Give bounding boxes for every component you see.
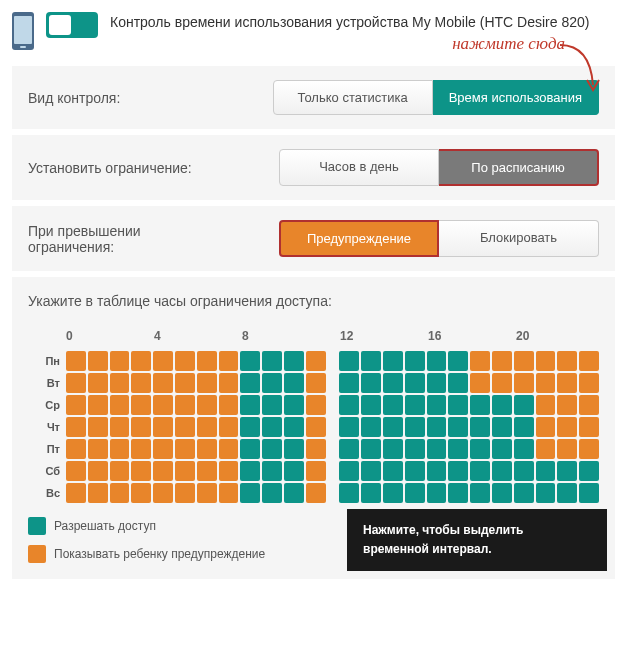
schedule-cell[interactable]	[383, 351, 403, 371]
schedule-cell[interactable]	[339, 461, 359, 481]
schedule-cell[interactable]	[262, 373, 282, 393]
schedule-cell[interactable]	[262, 439, 282, 459]
schedule-cell[interactable]	[361, 461, 381, 481]
schedule-cell[interactable]	[339, 351, 359, 371]
schedule-cell[interactable]	[536, 483, 556, 503]
schedule-cell[interactable]	[339, 483, 359, 503]
schedule-cell[interactable]	[306, 395, 326, 415]
schedule-cell[interactable]	[339, 439, 359, 459]
schedule-cell[interactable]	[306, 461, 326, 481]
schedule-cell[interactable]	[470, 483, 490, 503]
schedule-cell[interactable]	[427, 373, 447, 393]
schedule-cell[interactable]	[405, 373, 425, 393]
schedule-cell[interactable]	[579, 439, 599, 459]
schedule-cell[interactable]	[492, 351, 512, 371]
schedule-cell[interactable]	[131, 483, 151, 503]
schedule-cell[interactable]	[88, 483, 108, 503]
schedule-cell[interactable]	[262, 461, 282, 481]
schedule-cell[interactable]	[383, 483, 403, 503]
schedule-cell[interactable]	[197, 439, 217, 459]
schedule-cell[interactable]	[219, 461, 239, 481]
schedule-cell[interactable]	[427, 395, 447, 415]
schedule-cell[interactable]	[131, 395, 151, 415]
schedule-cell[interactable]	[427, 483, 447, 503]
schedule-cell[interactable]	[284, 483, 304, 503]
schedule-cell[interactable]	[153, 373, 173, 393]
schedule-cell[interactable]	[153, 417, 173, 437]
schedule-cell[interactable]	[557, 417, 577, 437]
stats-only-button[interactable]: Только статистика	[273, 80, 433, 115]
schedule-cell[interactable]	[470, 461, 490, 481]
schedule-cell[interactable]	[219, 373, 239, 393]
schedule-cell[interactable]	[88, 439, 108, 459]
schedule-cell[interactable]	[427, 417, 447, 437]
schedule-cell[interactable]	[492, 483, 512, 503]
schedule-cell[interactable]	[514, 351, 534, 371]
schedule-cell[interactable]	[514, 439, 534, 459]
schedule-cell[interactable]	[88, 373, 108, 393]
schedule-cell[interactable]	[427, 351, 447, 371]
schedule-cell[interactable]	[240, 483, 260, 503]
schedule-cell[interactable]	[383, 373, 403, 393]
schedule-cell[interactable]	[131, 417, 151, 437]
schedule-cell[interactable]	[579, 417, 599, 437]
schedule-cell[interactable]	[514, 483, 534, 503]
schedule-cell[interactable]	[284, 373, 304, 393]
schedule-cell[interactable]	[66, 373, 86, 393]
schedule-cell[interactable]	[557, 439, 577, 459]
schedule-cell[interactable]	[470, 417, 490, 437]
schedule-cell[interactable]	[405, 461, 425, 481]
schedule-cell[interactable]	[240, 461, 260, 481]
schedule-cell[interactable]	[557, 373, 577, 393]
schedule-cell[interactable]	[219, 417, 239, 437]
schedule-cell[interactable]	[284, 439, 304, 459]
schedule-cell[interactable]	[557, 461, 577, 481]
schedule-grid[interactable]: ПнВтСрЧтПтСбВс	[66, 351, 599, 503]
schedule-cell[interactable]	[175, 373, 195, 393]
schedule-cell[interactable]	[579, 461, 599, 481]
schedule-cell[interactable]	[361, 351, 381, 371]
schedule-cell[interactable]	[405, 439, 425, 459]
schedule-cell[interactable]	[262, 417, 282, 437]
schedule-cell[interactable]	[514, 461, 534, 481]
schedule-cell[interactable]	[110, 461, 130, 481]
schedule-cell[interactable]	[579, 351, 599, 371]
schedule-cell[interactable]	[448, 373, 468, 393]
schedule-cell[interactable]	[470, 395, 490, 415]
schedule-cell[interactable]	[284, 351, 304, 371]
schedule-cell[interactable]	[557, 395, 577, 415]
schedule-cell[interactable]	[240, 395, 260, 415]
schedule-cell[interactable]	[262, 395, 282, 415]
schedule-cell[interactable]	[492, 373, 512, 393]
schedule-cell[interactable]	[153, 461, 173, 481]
schedule-cell[interactable]	[153, 439, 173, 459]
schedule-cell[interactable]	[514, 373, 534, 393]
schedule-cell[interactable]	[579, 373, 599, 393]
schedule-cell[interactable]	[197, 417, 217, 437]
schedule-cell[interactable]	[492, 417, 512, 437]
schedule-cell[interactable]	[88, 417, 108, 437]
schedule-cell[interactable]	[405, 351, 425, 371]
schedule-cell[interactable]	[448, 483, 468, 503]
schedule-cell[interactable]	[492, 395, 512, 415]
schedule-cell[interactable]	[579, 395, 599, 415]
schedule-cell[interactable]	[240, 439, 260, 459]
schedule-cell[interactable]	[470, 351, 490, 371]
schedule-cell[interactable]	[306, 417, 326, 437]
schedule-cell[interactable]	[448, 461, 468, 481]
schedule-cell[interactable]	[383, 439, 403, 459]
schedule-cell[interactable]	[306, 483, 326, 503]
schedule-cell[interactable]	[197, 351, 217, 371]
schedule-cell[interactable]	[492, 439, 512, 459]
schedule-cell[interactable]	[131, 373, 151, 393]
schedule-cell[interactable]	[219, 439, 239, 459]
schedule-cell[interactable]	[153, 351, 173, 371]
schedule-cell[interactable]	[339, 373, 359, 393]
schedule-cell[interactable]	[470, 439, 490, 459]
block-button[interactable]: Блокировать	[439, 220, 599, 257]
schedule-cell[interactable]	[110, 483, 130, 503]
schedule-cell[interactable]	[240, 351, 260, 371]
schedule-cell[interactable]	[240, 417, 260, 437]
schedule-cell[interactable]	[219, 483, 239, 503]
schedule-cell[interactable]	[448, 351, 468, 371]
